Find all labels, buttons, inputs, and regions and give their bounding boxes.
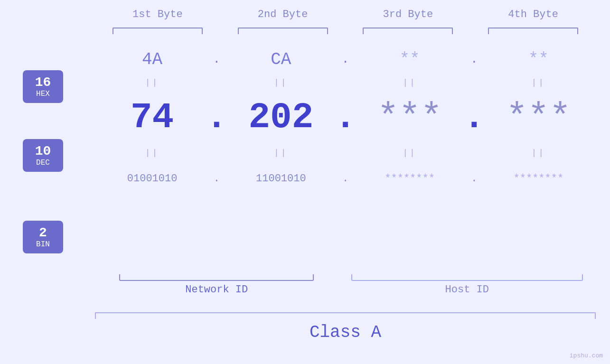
bin-byte2: 11001010: [224, 173, 338, 185]
hex-byte2: CA: [224, 50, 338, 69]
hex-byte4: **: [481, 50, 596, 69]
hex-badge-base: HEX: [29, 90, 56, 98]
eq1-b1: ||: [95, 78, 209, 87]
hex-dot3: .: [467, 52, 481, 66]
dec-byte4: ***: [481, 97, 596, 138]
byte3-header: 3rd Byte: [346, 9, 471, 20]
watermark: ipshu.com: [570, 352, 603, 359]
eq2-b1: ||: [95, 148, 209, 158]
bin-byte3: ********: [353, 173, 467, 185]
main-container: 1st Byte 2nd Byte 3rd Byte 4th Byte 16 H…: [0, 0, 610, 364]
host-bracket-wrap: Host ID: [338, 274, 596, 296]
bottom-brackets: Network ID Host ID: [95, 274, 596, 296]
host-id-label: Host ID: [445, 284, 489, 296]
bin-dot1: .: [209, 173, 224, 185]
eq2-b4: ||: [481, 148, 596, 158]
hex-byte3: **: [353, 50, 467, 69]
hex-badge: 16 HEX: [23, 70, 63, 103]
eq1-b2: ||: [224, 78, 338, 87]
byte4-header: 4th Byte: [470, 9, 596, 20]
bin-row: 01001010 . 11001010 . ******** . *******…: [95, 159, 596, 197]
network-id-label: Network ID: [185, 284, 248, 296]
dec-badge: 10 DEC: [23, 139, 63, 172]
dec-badge-num: 10: [29, 144, 56, 159]
byte1-header: 1st Byte: [95, 9, 220, 20]
bin-byte1: 01001010: [95, 173, 209, 185]
bracket-top-4: [470, 28, 596, 34]
byte2-header: 2nd Byte: [220, 9, 346, 20]
network-bracket-wrap: Network ID: [95, 274, 338, 296]
dec-dot2: .: [338, 97, 353, 138]
bin-dot3: .: [467, 173, 481, 185]
class-a-label: Class A: [310, 323, 381, 342]
dec-byte3: ***: [353, 97, 467, 138]
class-a-label-row: Class A: [95, 323, 596, 342]
bracket-tops: [95, 28, 596, 34]
network-bracket-bar: [119, 274, 314, 281]
hex-badge-num: 16: [29, 75, 56, 90]
class-a-bracket-bar: [95, 312, 596, 319]
bin-badge: 2 BIN: [23, 221, 63, 253]
bin-badge-base: BIN: [29, 240, 56, 249]
eq1-b4: ||: [481, 78, 596, 87]
bin-badge-num: 2: [29, 225, 56, 240]
bracket-top-1: [95, 28, 220, 34]
bracket-top-3: [346, 28, 471, 34]
bin-byte4: ********: [481, 173, 596, 185]
eq-row-1: || || || ||: [95, 76, 596, 89]
values-grid: 4A . CA . ** . ** || ||: [95, 38, 596, 197]
bracket-top-2: [220, 28, 346, 34]
eq1-b3: ||: [353, 78, 467, 87]
dec-dot3: .: [467, 97, 481, 138]
dec-byte2: 202: [224, 97, 338, 138]
hex-byte1: 4A: [95, 50, 209, 69]
dec-row: 74 . 202 . *** . ***: [95, 89, 596, 146]
byte-headers: 1st Byte 2nd Byte 3rd Byte 4th Byte: [95, 9, 596, 20]
bin-dot2: .: [338, 173, 353, 185]
dec-badge-base: DEC: [29, 159, 56, 167]
hex-dot2: .: [338, 52, 353, 66]
hex-dot1: .: [209, 52, 224, 66]
eq-row-2: || || || ||: [95, 146, 596, 159]
hex-row: 4A . CA . ** . **: [95, 43, 596, 76]
dec-dot1: .: [209, 97, 224, 138]
host-bracket-bar: [351, 274, 583, 281]
eq2-b3: ||: [353, 148, 467, 158]
dec-byte1: 74: [95, 97, 209, 138]
eq2-b2: ||: [224, 148, 338, 158]
class-a-section: Class A: [95, 312, 596, 342]
